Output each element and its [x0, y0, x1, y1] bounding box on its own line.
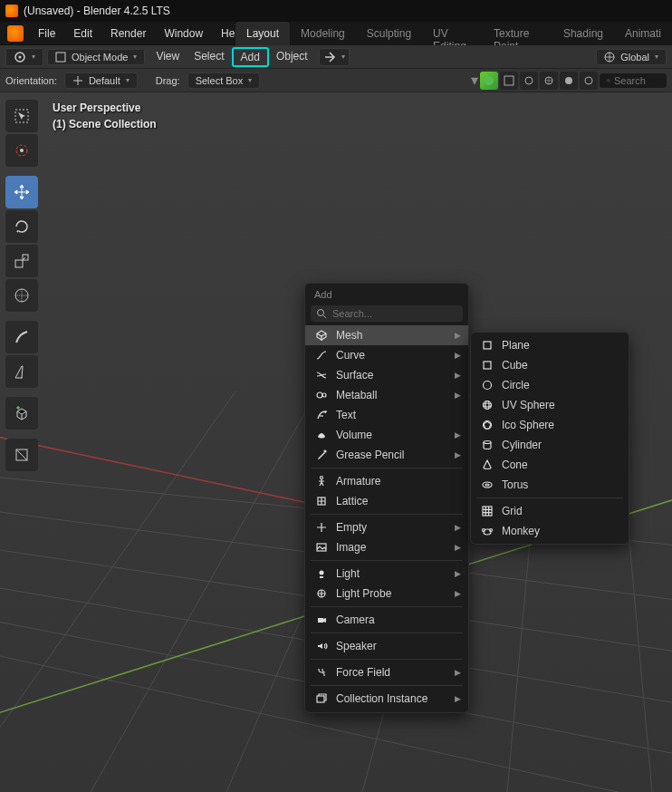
mesh-item-monkey[interactable]: Monkey — [471, 521, 629, 541]
menu-item-label: Cone — [502, 459, 528, 471]
header-menu-object[interactable]: Object — [269, 47, 315, 67]
select-box-tool[interactable] — [5, 100, 38, 132]
monkey-icon — [480, 524, 494, 538]
gizmos-dropdown[interactable]: ▾ — [319, 48, 350, 66]
svg-point-4 — [485, 76, 494, 85]
volume-icon — [314, 428, 329, 442]
orientation-label: Orientation: — [5, 75, 57, 86]
add-item-force-field[interactable]: Force Field▶ — [305, 662, 468, 682]
add-item-camera[interactable]: Camera — [305, 610, 468, 630]
cylinder-icon — [480, 438, 494, 452]
menu-window[interactable]: Window — [155, 24, 212, 43]
workspace-tab-sculpting[interactable]: Sculpting — [356, 22, 422, 45]
transform-orientation-dropdown[interactable]: Global ▾ — [596, 49, 667, 65]
lightprobe-icon — [314, 586, 329, 601]
mesh-item-cylinder[interactable]: Cylinder — [471, 435, 629, 455]
svg-point-10 — [608, 79, 610, 81]
workspace-tab-layout[interactable]: Layout — [235, 22, 290, 45]
add-item-collection-instance[interactable]: Collection Instance▶ — [305, 689, 468, 709]
search-input[interactable] — [614, 75, 659, 86]
tool-panel — [5, 100, 38, 471]
xray-toggle-icon[interactable] — [520, 72, 538, 90]
add-cube-tool[interactable] — [5, 397, 38, 430]
measure-tool[interactable] — [5, 355, 38, 388]
scale-tool[interactable] — [5, 245, 38, 277]
blender-logo-icon[interactable] — [7, 25, 24, 42]
header-toolbar: ▾ Object Mode ▾ ViewSelectAddObject ▾ Gl… — [0, 45, 672, 69]
header-menu-select[interactable]: Select — [187, 47, 231, 67]
menu-item-label: Speaker — [336, 640, 377, 652]
grid-icon — [480, 504, 494, 518]
mesh-item-grid[interactable]: Grid — [471, 501, 629, 521]
workspace-tab-texture-paint[interactable]: Texture Paint — [483, 22, 552, 45]
workspace-tab-uv-editing[interactable]: UV Editing — [422, 22, 483, 45]
add-item-empty[interactable]: Empty▶ — [305, 517, 468, 537]
mesh-item-circle[interactable]: Circle — [471, 375, 629, 395]
menu-item-label: Curve — [336, 349, 365, 362]
mesh-item-uv-sphere[interactable]: UV Sphere — [471, 395, 629, 415]
wireframe-icon[interactable] — [540, 72, 558, 90]
add-item-mesh[interactable]: Mesh▶ — [305, 325, 468, 345]
mesh-item-ico-sphere[interactable]: Ico Sphere — [471, 415, 629, 435]
viewport-info-label: User Perspective (1) Scene Collection — [53, 100, 157, 132]
svg-rect-5 — [504, 76, 514, 85]
overlay-toggle-icon[interactable] — [500, 72, 518, 90]
orientation-value: Default — [89, 75, 120, 86]
mode-label: Object Mode — [72, 52, 128, 63]
drag-dropdown[interactable]: Select Box ▾ — [187, 72, 261, 89]
workspace-tab-animati[interactable]: Animati — [614, 22, 672, 45]
add-item-light-probe[interactable]: Light Probe▶ — [305, 584, 468, 604]
svg-point-9 — [585, 77, 592, 84]
header-menu-view[interactable]: View — [149, 47, 187, 67]
orientation-dropdown[interactable]: Default ▾ — [64, 72, 138, 89]
add-menu-search[interactable] — [311, 305, 463, 322]
transform-tool[interactable] — [5, 279, 38, 312]
add-item-text[interactable]: Text — [305, 405, 468, 425]
menu-render[interactable]: Render — [101, 24, 155, 43]
add-item-armature[interactable]: Armature — [305, 471, 468, 491]
move-tool[interactable] — [5, 176, 38, 208]
annotate-tool[interactable] — [5, 321, 38, 353]
mode-selector[interactable]: Object Mode ▾ — [47, 49, 145, 65]
lattice-icon — [314, 494, 329, 508]
add-item-light[interactable]: Light▶ — [305, 564, 468, 584]
mesh-item-plane[interactable]: Plane — [471, 335, 629, 355]
material-shading-icon[interactable] — [580, 72, 598, 90]
viewport-shading-icon[interactable] — [480, 72, 498, 90]
menu-file[interactable]: File — [29, 24, 64, 43]
mesh-item-torus[interactable]: Torus — [471, 475, 629, 495]
add-item-volume[interactable]: Volume▶ — [305, 425, 468, 445]
shade-tool[interactable] — [5, 439, 38, 471]
menu-item-label: Metaball — [336, 389, 377, 401]
header-menu-add[interactable]: Add — [232, 47, 269, 67]
search-field[interactable] — [600, 73, 667, 88]
workspace-tab-shading[interactable]: Shading — [552, 22, 614, 45]
submenu-arrow-icon: ▶ — [455, 331, 461, 340]
svg-rect-2 — [56, 53, 65, 62]
svg-rect-28 — [317, 696, 324, 702]
submenu-arrow-icon: ▶ — [455, 391, 461, 400]
add-item-image[interactable]: Image▶ — [305, 537, 468, 557]
add-item-curve[interactable]: Curve▶ — [305, 345, 468, 365]
solid-shading-icon[interactable] — [560, 72, 578, 90]
editor-type-selector[interactable]: ▾ — [5, 48, 43, 66]
add-item-lattice[interactable]: Lattice — [305, 491, 468, 511]
workspace-tab-modeling[interactable]: Modeling — [290, 22, 356, 45]
rotate-tool[interactable] — [5, 210, 38, 243]
search-icon — [607, 75, 610, 86]
mesh-item-cone[interactable]: Cone — [471, 455, 629, 475]
submenu-arrow-icon: ▶ — [455, 589, 461, 598]
menu-edit[interactable]: Edit — [64, 24, 101, 43]
speaker-icon — [314, 639, 329, 653]
menu-item-label: Surface — [336, 369, 373, 382]
collection-icon — [314, 691, 329, 706]
add-item-surface[interactable]: Surface▶ — [305, 365, 468, 385]
add-item-grease-pencil[interactable]: Grease Pencil▶ — [305, 445, 468, 465]
metaball-icon — [314, 388, 329, 402]
mesh-item-cube[interactable]: Cube — [471, 355, 629, 375]
cursor-tool[interactable] — [5, 134, 38, 167]
add-item-metaball[interactable]: Metaball▶ — [305, 385, 468, 405]
add-item-speaker[interactable]: Speaker — [305, 636, 468, 656]
menu-item-label: Force Field — [336, 666, 390, 679]
add-menu-search-input[interactable] — [332, 308, 457, 319]
